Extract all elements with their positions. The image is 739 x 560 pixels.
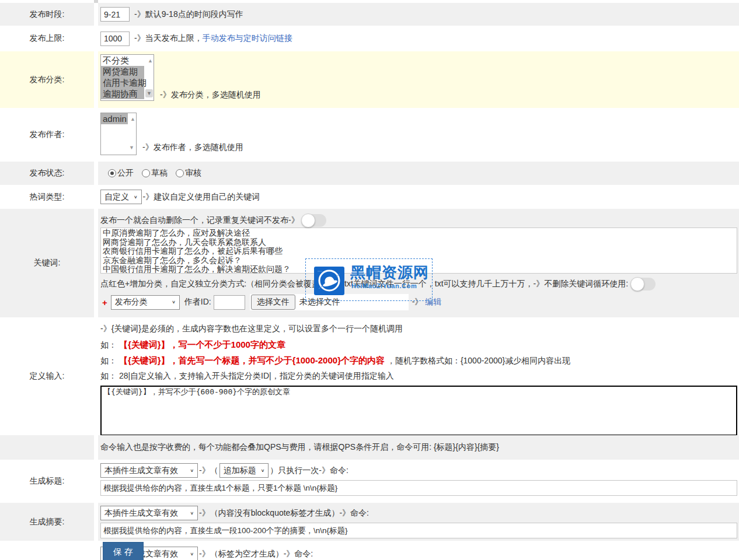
choose-file-button[interactable]: 选择文件 (251, 295, 295, 310)
save-button[interactable]: 保 存 (103, 542, 144, 560)
publish-time-desc: -》默认9-18点的时间段内写作 (134, 9, 243, 20)
dropdown-chevron-icon: ∨ (261, 468, 265, 473)
hotword-type-label: 热词类型: (0, 185, 94, 209)
dropdown-chevron-icon: ∨ (190, 468, 194, 473)
hotword-type-desc: -》建议自定义使用自己的关键词 (143, 192, 260, 202)
publish-author-desc: -》发布作者，多选随机使用 (142, 142, 243, 153)
define-input-example2: 如： 【{关键词}】，首先写一个标题，并写不少于{1000-2000}个字的内容… (100, 355, 739, 366)
publish-limit-label: 发布上限: (0, 26, 94, 51)
row-command-note: 命令输入也是按字收费的，每个功能都会叠加QPS与费用，请根据QPS条件开启，命令… (0, 435, 739, 460)
category-option[interactable]: 信用卡逾期 (101, 77, 144, 88)
radio-checked-icon[interactable] (108, 169, 116, 177)
keywords-label: 关键词: (0, 209, 94, 317)
gen-summary-mode-select[interactable]: 本插件生成文章有效∨ (100, 506, 198, 520)
status-radio-review[interactable]: 审核 (176, 168, 201, 178)
define-input-textarea[interactable]: 【{关键词}】，并写不少于{600-900}个字的原创文章 (100, 386, 737, 436)
publish-limit-input[interactable]: 1000 (100, 32, 130, 46)
gen-summary-desc: -》（内容没有blockquote标签才生成）-》命令: (199, 508, 369, 519)
scroll-down-icon[interactable]: ▼ (128, 144, 135, 152)
row-bottom: 本插件生成文章有效∨ -》（标签为空才生成）-》命令: 保 存 (0, 541, 739, 560)
define-input-label: 定义输入: (0, 317, 94, 435)
dropdown-chevron-icon: ∨ (190, 511, 194, 516)
scroll-down-icon[interactable]: ▼ (145, 89, 153, 97)
author-option[interactable]: admin (101, 113, 128, 124)
toggle-knob (630, 277, 644, 291)
gen-title-mode-select[interactable]: 本插件生成文章有效∨ (100, 463, 198, 478)
author-id-label: 作者ID: (184, 297, 211, 307)
hotword-type-select[interactable]: 自定义∨ (100, 190, 142, 204)
gen-title-append-select[interactable]: 追加标题∨ (219, 463, 269, 478)
keyword-category-select[interactable]: 发布分类∨ (111, 295, 180, 310)
row-publish-time: 发布时段: 9-21 -》默认9-18点的时间段内写作 (0, 3, 739, 26)
gen-title-command-input[interactable]: 根据我提供给你的内容，直接生成1个标题，只要1个标题 \n\n{标题} (100, 480, 737, 496)
radio-icon[interactable] (176, 169, 184, 177)
row-publish-limit: 发布上限: 1000 -》当天发布上限， 手动发布与定时访问链接 (0, 26, 739, 51)
row-hotword-type: 热词类型: 自定义∨ -》建议自定义使用自己的关键词 (0, 185, 739, 209)
define-input-example1: 如： 【{关键词}】，写一个不少于1000字的文章 (100, 340, 739, 351)
row-gen-title: 生成标题: 本插件生成文章有效∨ -》（ 追加标题∨ ）只执行一次-》命令: 根… (0, 460, 739, 503)
keywords-textarea[interactable]: 中原消费逾期了怎么办，应对及解决途径 网商贷逾期了怎么办，几天会联系紧急联系人 … (100, 228, 737, 274)
publish-author-label: 发布作者: (0, 108, 94, 162)
publish-category-label: 发布分类: (0, 51, 94, 108)
row-publish-author: 发布作者: admin ▲ ▼ -》发布作者，多选随机使用 (0, 108, 739, 162)
keyword-loop-toggle[interactable] (631, 278, 656, 290)
define-input-desc: -》{关键词}是必须的，生成内容字数也在这里定义，可以设置多个一行一个随机调用 (100, 324, 739, 334)
status-radio-public[interactable]: 公开 (108, 168, 134, 178)
row-publish-category: 发布分类: 不分类 网贷逾期 信用卡逾期 逾期协商 ▲ ▼ -》发布分类，多选随… (0, 51, 739, 108)
publish-category-listbox[interactable]: 不分类 网贷逾期 信用卡逾期 逾期协商 ▲ ▼ (100, 54, 154, 101)
add-category-button[interactable]: + (102, 298, 107, 307)
auto-delete-desc: 发布一个就会自动删除一个，记录重复关键词不发布-》 (100, 215, 299, 226)
auto-delete-toggle[interactable] (302, 214, 326, 227)
row-keywords: 关键词: 发布一个就会自动删除一个，记录重复关键词不发布-》 中原消费逾期了怎么… (0, 209, 739, 317)
scroll-up-icon[interactable]: ▲ (130, 116, 135, 122)
keywords-note: 点红色+增加分类，自定义独立分类方式:（相同分类会被覆盖）支持txt关键词文件一… (100, 279, 628, 289)
command-note-text: 命令输入也是按字收费的，每个功能都会叠加QPS与费用，请根据QPS条件开启，命令… (100, 442, 499, 453)
dropdown-chevron-icon: ∨ (190, 552, 194, 556)
radio-icon[interactable] (142, 169, 150, 177)
author-id-input[interactable] (214, 295, 245, 310)
category-option[interactable]: 逾期协商 (101, 88, 144, 99)
gen-summary-command-input[interactable]: 根据我提供给你的内容，直接生成一段100-200个字的摘要，\n\n{标题} (100, 523, 737, 538)
define-input-example3: 如： 28|自定义输入，支持输入开头指定分类ID|，指定分类的关键词使用指定输入 (100, 371, 739, 382)
toggle-knob (301, 214, 315, 228)
scroll-up-icon[interactable]: ▲ (148, 58, 153, 64)
publish-category-desc: -》发布分类，多选随机使用 (160, 90, 261, 100)
status-radio-draft[interactable]: 草稿 (142, 168, 168, 178)
gen-summary-label: 生成摘要: (0, 503, 94, 541)
gen-tag-desc: -》（标签为空才生成）-》命令: (199, 549, 313, 559)
manual-publish-link[interactable]: 手动发布与定时访问链接 (203, 33, 292, 44)
file-input[interactable]: 选择文件 未选择文件 (250, 294, 409, 310)
edit-arrow: -》 (412, 297, 423, 307)
category-option[interactable]: 网贷逾期 (101, 66, 144, 77)
publish-time-label: 发布时段: (0, 3, 94, 26)
dropdown-chevron-icon: ∨ (172, 300, 176, 304)
edit-link[interactable]: 编辑 (425, 297, 441, 307)
row-define-input: 定义输入: -》{关键词}是必须的，生成内容字数也在这里定义，可以设置多个一行一… (0, 317, 739, 435)
file-status-text: 未选择文件 (299, 297, 340, 307)
category-option[interactable]: 不分类 (101, 55, 144, 66)
row-gen-summary: 生成摘要: 本插件生成文章有效∨ -》（内容没有blockquote标签才生成）… (0, 503, 739, 541)
gen-title-desc: ）只执行一次-》命令: (270, 466, 348, 476)
publish-time-input[interactable]: 9-21 (100, 7, 130, 22)
publish-author-listbox[interactable]: admin ▲ ▼ (100, 113, 137, 155)
dropdown-chevron-icon: ∨ (134, 195, 138, 200)
publish-status-label: 发布状态: (0, 162, 94, 185)
publish-limit-desc: -》当天发布上限， (134, 33, 203, 44)
row-publish-status: 发布状态: 公开 草稿 审核 (0, 162, 739, 185)
gen-title-label: 生成标题: (0, 460, 94, 503)
